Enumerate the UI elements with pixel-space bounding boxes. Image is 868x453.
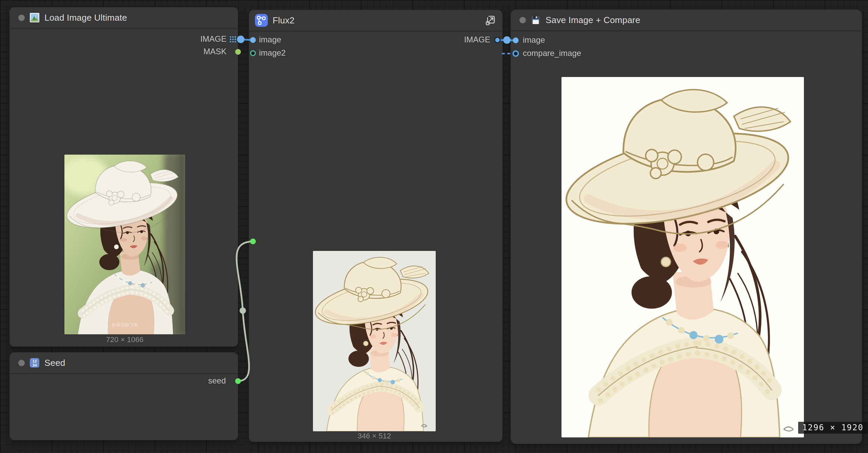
node-status-dot[interactable] [18,360,25,366]
preview-size-label: 346 × 512 [358,432,391,440]
node-status-dot[interactable] [519,17,526,23]
node-title: Load Image Ultimate [44,13,127,23]
node-title: Flux2 [273,15,295,26]
floppy-disk-icon [531,15,541,25]
resolution-badge: 1296 × 1920 [798,422,868,434]
output-label-seed: seed [208,376,226,386]
node-header-flux2[interactable]: Flux2 [249,10,502,32]
preview-size-label: 720 × 1066 [106,335,144,344]
flux2-node-icon [255,14,268,27]
node-header-load-image[interactable]: Load Image Ultimate [9,7,238,29]
expand-icon[interactable] [484,14,496,26]
image-preview-photo: @葵花妙飞鱼 [64,155,185,334]
input-label-image: image [523,35,545,45]
port-image-output-load[interactable] [237,36,244,43]
photo-watermark: @葵花妙飞鱼 [112,322,138,327]
node-header-save-image[interactable]: Save Image + Compare [511,9,862,31]
node-seed: 12 34 Seed [9,352,238,440]
link-midpoint-dot[interactable] [240,308,246,314]
node-graph-canvas[interactable]: Load Image Ultimate Flux2 [0,0,868,453]
output-label-mask: MASK [203,47,226,56]
numbers-1234-icon: 12 34 [29,358,40,368]
node-title: Save Image + Compare [546,15,640,25]
node-title: Seed [44,358,65,368]
picture-icon [29,13,40,23]
image-preview-saved [561,77,804,437]
output-label-image: IMAGE [464,35,490,44]
input-label-image: image [259,35,281,44]
input-label-image2: image2 [259,48,286,58]
svg-text:34: 34 [32,363,37,368]
batch-grid-icon [229,36,237,43]
node-header-seed[interactable]: 12 34 Seed [9,352,238,374]
output-label-image: IMAGE [200,34,226,44]
node-status-dot[interactable] [18,15,25,21]
input-label-compare-image: compare_image [523,48,581,58]
image-preview-flux2 [313,251,436,431]
link-midpoint-dot[interactable] [503,36,511,44]
